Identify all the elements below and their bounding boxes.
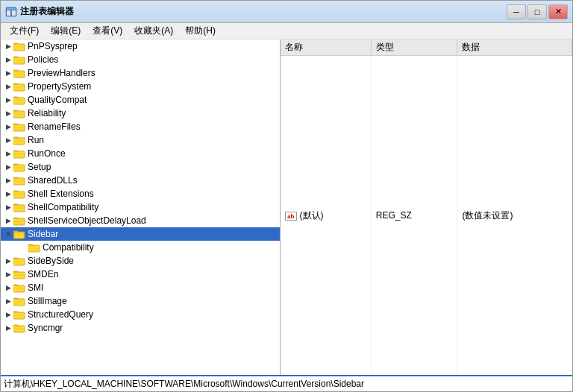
window-title: 注册表编辑器 [20,5,507,18]
folder-icon-stillimage [13,296,25,306]
folder-icon-reliability [13,108,25,118]
expand-icon-setup[interactable]: ▶ [4,162,13,171]
tree-item-sidebar[interactable]: ▼ Sidebar [1,227,280,241]
expand-icon-structuredquery[interactable]: ▶ [4,310,13,319]
svg-rect-1 [7,8,16,10]
reg-value-name: (默认) [300,210,324,221]
tree-item-previewhandlers[interactable]: ▶ PreviewHandlers [1,66,280,80]
tree-label-reliability: Reliability [28,108,66,118]
expand-icon-sidebar[interactable]: ▼ [4,230,13,238]
expand-icon-previewhandlers[interactable]: ▶ [4,69,13,78]
table-body: ab(默认)REG_SZ(数值未设置) [281,56,572,376]
svg-rect-67 [13,312,25,319]
close-button[interactable]: ✕ [548,4,568,19]
tree-item-shellextensions[interactable]: ▶ Shell Extensions [1,187,280,200]
menu-item-file[interactable]: 文件(F) [4,23,45,39]
svg-rect-61 [13,285,25,292]
expand-icon-sidebyside[interactable]: ▶ [4,256,13,265]
folder-icon-policies [13,54,25,65]
tree-label-shellserviceobjectdelayload: ShellServiceObjectDelayLoad [28,215,146,226]
menu-item-edit[interactable]: 编辑(E) [45,23,87,39]
expand-icon-pnpsysprep[interactable]: ▶ [4,42,13,51]
folder-icon-shellcompatibility [13,202,25,212]
expand-icon-smi[interactable]: ▶ [4,283,13,292]
expand-icon-smden[interactable]: ▶ [4,270,13,279]
expand-icon-syncmgr[interactable]: ▶ [4,323,13,332]
expand-icon-run[interactable]: ▶ [4,136,13,145]
value-panel: 名称 类型 数据 ab(默认)REG_SZ(数值未设置) [281,39,572,375]
tree-item-shellcompatibility[interactable]: ▶ ShellCompatibility [1,200,280,214]
status-text: 计算机\HKEY_LOCAL_MACHINE\SOFTWARE\Microsof… [4,378,364,391]
tree-label-propertysystem: PropertySystem [28,81,91,92]
folder-icon-run [13,135,25,145]
tree-item-setup[interactable]: ▶ Setup [1,160,280,174]
tree-item-run[interactable]: ▶ Run [1,133,280,147]
menu-item-favorites[interactable]: 收藏夹(A) [128,23,179,39]
svg-rect-58 [13,272,25,279]
svg-rect-36 [13,178,25,185]
expand-icon-runonce[interactable]: ▶ [4,149,13,158]
folder-icon-shellserviceobjectdelayload [13,215,25,226]
tree-label-structuredquery: StructuredQuery [28,309,93,320]
expand-icon-qualitycompat[interactable]: ▶ [4,95,13,104]
tree-item-smden[interactable]: ▶ SMDEn [1,268,280,281]
maximize-button[interactable]: □ [527,4,547,19]
tree-item-reliability[interactable]: ▶ Reliability [1,107,280,120]
status-bar: 计算机\HKEY_LOCAL_MACHINE\SOFTWARE\Microsof… [1,375,572,391]
tree-label-run: Run [28,135,44,145]
tree-item-policies[interactable]: ▶ Policies [1,53,280,66]
expand-icon-stillimage[interactable]: ▶ [4,297,13,306]
expand-icon-compatibility[interactable] [19,243,28,252]
folder-icon-structuredquery [13,309,25,320]
expand-icon-shareddlls[interactable]: ▶ [4,176,13,185]
svg-rect-2 [7,10,10,16]
expand-icon-reliability[interactable]: ▶ [4,109,13,118]
tree-item-pnpsysprep[interactable]: ▶ PnPSysprep [1,39,280,53]
expand-icon-shellextensions[interactable]: ▶ [4,189,13,198]
tree-item-compatibility[interactable]: Compatibility [1,241,280,254]
tree-label-smi: SMI [28,282,43,293]
expand-icon-shellcompatibility[interactable]: ▶ [4,203,13,212]
tree-item-structuredquery[interactable]: ▶ StructuredQuery [1,308,280,321]
col-data: 数据 [457,39,572,56]
tree-item-runonce[interactable]: ▶ RunOnce [1,147,280,160]
app-icon [5,6,17,18]
col-type: 类型 [371,39,457,56]
folder-icon-smi [13,282,25,293]
cell-data: (数值未设置) [457,56,572,376]
tree-item-syncmgr[interactable]: ▶ Syncmgr [1,321,280,335]
cell-name: ab(默认) [281,56,371,376]
window-controls: ─ □ ✕ [507,4,568,19]
menu-item-view[interactable]: 查看(V) [87,23,128,39]
registry-tree[interactable]: ▶ PnPSysprep▶ Policies▶ PreviewHandlers▶… [1,39,281,375]
folder-icon-previewhandlers [13,68,25,78]
tree-label-smden: SMDEn [28,269,58,279]
tree-item-propertysystem[interactable]: ▶ PropertySystem [1,80,280,93]
svg-rect-27 [13,138,25,145]
tree-item-qualitycompat[interactable]: ▶ QualityCompat [1,93,280,107]
main-content: ▶ PnPSysprep▶ Policies▶ PreviewHandlers▶… [1,39,572,375]
tree-item-renamefiles[interactable]: ▶ RenameFiles [1,120,280,133]
cell-type: REG_SZ [371,56,457,376]
tree-label-shareddlls: SharedDLLs [28,175,78,186]
expand-icon-policies[interactable]: ▶ [4,55,13,64]
tree-item-shareddlls[interactable]: ▶ SharedDLLs [1,174,280,187]
expand-icon-renamefiles[interactable]: ▶ [4,122,13,131]
svg-rect-30 [13,151,25,158]
tree-label-policies: Policies [28,54,58,65]
folder-icon-shellextensions [13,189,25,199]
tree-item-shellserviceobjectdelayload[interactable]: ▶ ShellServiceObjectDelayLoad [1,214,280,227]
col-name: 名称 [281,39,371,56]
folder-icon-pnpsysprep [13,41,25,51]
value-table: 名称 类型 数据 ab(默认)REG_SZ(数值未设置) [281,39,572,375]
tree-item-smi[interactable]: ▶ SMI [1,281,280,294]
expand-icon-shellserviceobjectdelayload[interactable]: ▶ [4,216,13,225]
menu-item-help[interactable]: 帮助(H) [179,23,222,39]
expand-icon-propertysystem[interactable]: ▶ [4,82,13,91]
minimize-button[interactable]: ─ [507,4,526,19]
folder-icon-smden [13,269,25,279]
table-row[interactable]: ab(默认)REG_SZ(数值未设置) [281,56,572,376]
folder-icon-syncmgr [13,323,25,333]
tree-item-sidebyside[interactable]: ▶ SideBySide [1,254,280,268]
tree-item-stillimage[interactable]: ▶ StillImage [1,294,280,308]
